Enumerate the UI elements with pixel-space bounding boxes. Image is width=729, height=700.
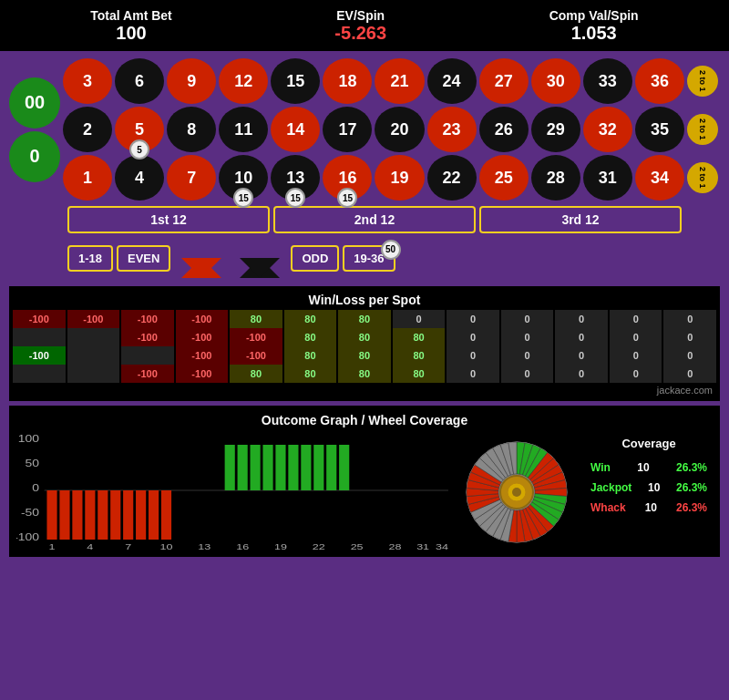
svg-rect-18: [251, 445, 261, 490]
wl-cell-2-1: [67, 346, 120, 365]
bet-black-diamond[interactable]: [232, 238, 287, 278]
wl-cell-1-10: 0: [555, 328, 608, 346]
outcome-chart: 100 50 0 -50 -100: [16, 433, 448, 551]
total-amt-bet-section: Total Amt Bet 100: [90, 8, 171, 44]
cell-32[interactable]: 32: [583, 107, 632, 152]
bet-1-18[interactable]: 1-18: [67, 245, 113, 272]
numbers-grid: 3691215182124273033362558111417202326293…: [63, 58, 684, 201]
wl-row-3: -100-1008080808000000: [13, 365, 716, 383]
cell-13[interactable]: 1315: [271, 155, 320, 201]
cell-15[interactable]: 15: [271, 58, 320, 104]
wl-cell-2-10: 0: [555, 346, 608, 365]
header: Total Amt Bet 100 EV/Spin -5.263 Comp Va…: [0, 0, 729, 51]
cell-14[interactable]: 14: [271, 107, 320, 152]
cell-33[interactable]: 33: [583, 58, 632, 104]
cell-23[interactable]: 23: [427, 107, 477, 152]
cell-24[interactable]: 24: [427, 58, 477, 104]
wl-cell-1-4: -100: [230, 328, 282, 346]
wl-cell-1-8: 0: [447, 328, 499, 346]
wl-cell-0-5: 80: [284, 310, 337, 328]
cell-12[interactable]: 12: [219, 58, 268, 104]
coverage-win-count: 10: [637, 461, 649, 474]
cell-29[interactable]: 29: [531, 107, 580, 152]
wl-cell-1-0: [13, 328, 66, 346]
cell-8[interactable]: 8: [167, 107, 216, 152]
wl-cell-0-6: 80: [338, 310, 391, 328]
cell-16[interactable]: 1615: [323, 155, 372, 201]
cell-00[interactable]: 00: [9, 77, 60, 129]
svg-text:0: 0: [32, 483, 39, 494]
svg-text:1: 1: [49, 542, 56, 551]
cell-4[interactable]: 4: [115, 155, 164, 201]
dozen-1st[interactable]: 1st 12: [67, 206, 270, 233]
bet-19-36[interactable]: 19-36 50: [343, 245, 395, 272]
cell-1[interactable]: 1: [63, 155, 112, 201]
cell-21[interactable]: 21: [375, 58, 424, 104]
wl-cell-2-2: [121, 346, 174, 365]
cell-18[interactable]: 18: [323, 58, 372, 104]
cell-22[interactable]: 22: [427, 155, 477, 201]
svg-text:22: 22: [313, 542, 325, 551]
svg-rect-19: [262, 445, 272, 490]
cell-25[interactable]: 25: [479, 155, 529, 201]
cell-17[interactable]: 17: [323, 107, 372, 152]
svg-rect-17: [238, 445, 248, 490]
wl-cell-0-4: 80: [230, 310, 282, 328]
svg-rect-9: [85, 490, 95, 540]
dozen-3rd[interactable]: 3rd 12: [479, 206, 682, 233]
coverage-area: Coverage Win 10 26.3% Jackpot 10 26.3% W…: [585, 433, 713, 551]
cell-20[interactable]: 20: [375, 107, 424, 152]
ev-spin-section: EV/Spin -5.263: [334, 8, 386, 44]
wl-cell-0-9: 0: [501, 310, 554, 328]
dozen-2nd[interactable]: 2nd 12: [273, 206, 476, 233]
cell-28[interactable]: 28: [531, 155, 580, 201]
wl-cell-0-1: -100: [67, 310, 120, 328]
payout-top: 2 to 1: [687, 66, 718, 97]
wl-cell-1-11: 0: [610, 328, 662, 346]
cell-36[interactable]: 36: [635, 58, 684, 104]
cell-5[interactable]: 55: [115, 107, 164, 152]
svg-rect-21: [288, 445, 298, 490]
wl-cell-3-7: 80: [393, 365, 446, 383]
bet-odd[interactable]: ODD: [291, 245, 339, 272]
cell-0[interactable]: 0: [9, 131, 60, 182]
cell-34[interactable]: 34: [635, 155, 684, 201]
svg-rect-22: [301, 445, 311, 490]
wl-cell-2-12: 0: [663, 346, 716, 365]
wl-cell-1-2: -100: [121, 328, 174, 346]
cell-35[interactable]: 35: [635, 107, 684, 152]
svg-rect-13: [136, 490, 146, 540]
coverage-jackpot-row: Jackpot 10 26.3%: [589, 478, 709, 498]
cell-7[interactable]: 7: [167, 155, 216, 201]
ev-spin-value: -5.263: [334, 23, 386, 44]
cell-10[interactable]: 1015: [219, 155, 268, 201]
svg-point-41: [512, 488, 521, 497]
comp-val-spin-label: Comp Val/Spin: [549, 8, 639, 23]
cell-30[interactable]: 30: [531, 58, 580, 104]
cell-3[interactable]: 3: [63, 58, 112, 104]
bet-red-diamond[interactable]: [174, 238, 229, 278]
wl-cell-2-11: 0: [610, 346, 662, 365]
svg-rect-23: [313, 445, 323, 490]
cell-19[interactable]: 19: [375, 155, 424, 201]
dozen-row: 1st 12 2nd 12 3rd 12: [9, 206, 720, 233]
cell-27[interactable]: 27: [479, 58, 529, 104]
cell-6[interactable]: 6: [115, 58, 164, 104]
cell-9[interactable]: 9: [167, 58, 216, 104]
svg-rect-11: [110, 490, 120, 540]
cell-2[interactable]: 2: [63, 107, 112, 152]
cell-26[interactable]: 26: [479, 107, 529, 152]
svg-text:100: 100: [18, 434, 40, 445]
zero-column: 00 0: [9, 58, 60, 201]
svg-rect-16: [225, 445, 235, 490]
cell-11[interactable]: 11: [219, 107, 268, 152]
wl-cell-0-7: 0: [393, 310, 446, 328]
wl-cell-0-10: 0: [555, 310, 608, 328]
bet-even[interactable]: EVEN: [117, 245, 170, 272]
wl-cell-1-6: 80: [338, 328, 391, 346]
coverage-whack-pct: 26.3%: [676, 501, 707, 514]
wl-cell-2-7: 80: [393, 346, 446, 365]
outcome-section: Outcome Graph / Wheel Coverage 100 50 0 …: [9, 406, 720, 557]
outcome-body: 100 50 0 -50 -100: [16, 433, 713, 551]
cell-31[interactable]: 31: [583, 155, 632, 201]
